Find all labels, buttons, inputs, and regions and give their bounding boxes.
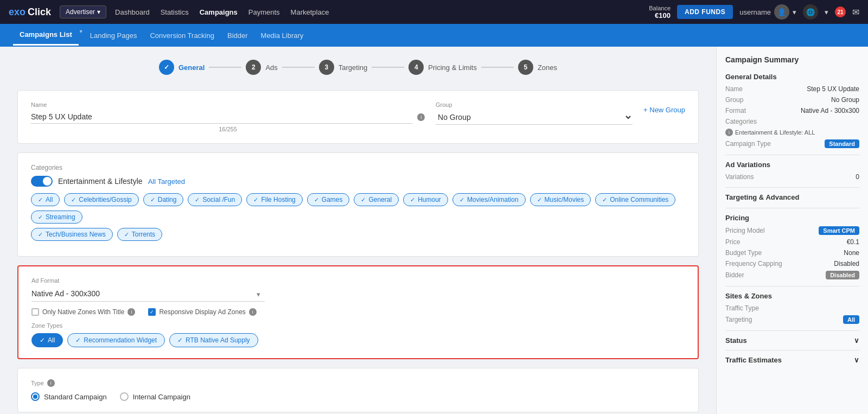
sidebar-name-row: Name Step 5 UX Update	[725, 85, 859, 93]
new-group-button[interactable]: + New Group	[643, 106, 685, 114]
tag-celebrities[interactable]: ✓ Celebrities/Gossip	[64, 193, 138, 206]
sidebar-targeting-val: All	[843, 315, 859, 324]
sidebar-divider-4	[725, 286, 859, 286]
subnav-arrow: ▼	[79, 29, 84, 34]
zone-tag-recommendation[interactable]: ✓ Recommendation Widget	[67, 333, 165, 347]
radio-standard[interactable]: Standard Campaign	[31, 392, 107, 401]
tag-streaming[interactable]: ✓ Streaming	[31, 211, 82, 224]
step-5-circle: 5	[518, 60, 533, 75]
notification-badge[interactable]: 21	[835, 7, 846, 17]
tag-dating[interactable]: ✓ Dating	[143, 193, 184, 206]
top-nav: exoClick Advertiser ▾ Dashboard Statisti…	[0, 0, 868, 24]
top-nav-right: Balance €100 ADD FUNDS username 👤 ▾ 🌐 ▾ …	[649, 4, 859, 20]
chevron-down-icon-user[interactable]: ▾	[793, 8, 796, 16]
name-input[interactable]	[31, 110, 413, 124]
zone-tag-rtb[interactable]: ✓ RTB Native Ad Supply	[169, 333, 258, 347]
top-nav-links: Dashboard Statistics Campaigns Payments …	[115, 8, 329, 16]
radio-internal[interactable]: Internal Campaign	[120, 392, 190, 401]
main-container: ✓ General 2 Ads 3 Targeting 4 Pricing & …	[0, 47, 868, 414]
subnav-landing-pages[interactable]: Landing Pages	[84, 26, 144, 45]
message-icon[interactable]: ✉	[852, 7, 859, 17]
sidebar-price-row: Price €0.1	[725, 238, 859, 246]
balance-box: Balance €100	[649, 5, 671, 20]
nav-statistics[interactable]: Statistics	[161, 8, 189, 16]
categories-card: Categories Entertainment & Lifestyle All…	[17, 152, 699, 257]
category-toggle[interactable]	[31, 176, 53, 187]
subnav-media-library[interactable]: Media Library	[254, 26, 310, 45]
sidebar-status-collapsible[interactable]: Status ∨	[725, 330, 859, 350]
sidebar-freq-capping-row: Frequency Capping Disabled	[725, 260, 859, 267]
tag-music-movies[interactable]: ✓ Music/Movies	[530, 193, 591, 206]
sidebar-divider-1	[725, 155, 859, 155]
sidebar-campaign-type-val: Standard	[825, 139, 859, 148]
only-native-info-icon[interactable]: i	[127, 308, 135, 316]
zone-tags-row: ✓ All ✓ Recommendation Widget ✓ RTB Nati…	[31, 333, 685, 347]
tag-check-all: ✓	[38, 196, 43, 203]
step-connector-1	[209, 67, 241, 68]
tag-humour[interactable]: ✓ Humour	[403, 193, 448, 206]
sidebar-pricing-model-val: Smart CPM	[819, 226, 859, 235]
tag-torrents[interactable]: ✓ Torrents	[117, 228, 162, 241]
chevron-down-icon-traffic: ∨	[854, 356, 859, 364]
sidebar-divider-2	[725, 187, 859, 188]
tag-movies-animation[interactable]: ✓ Movies/Animation	[452, 193, 526, 206]
name-col: Name i 16/255	[31, 101, 425, 132]
subnav-campaigns-list[interactable]: Campaigns List	[13, 25, 79, 46]
zone-tag-all[interactable]: ✓ All	[31, 333, 63, 347]
categories-label: Categories	[31, 164, 685, 171]
group-select[interactable]: No Group	[436, 110, 633, 125]
tag-tech-business[interactable]: ✓ Tech/Business News	[31, 228, 113, 241]
tag-label-torrents: Torrents	[132, 231, 155, 238]
tag-general[interactable]: ✓ General	[354, 193, 399, 206]
add-funds-button[interactable]: ADD FUNDS	[677, 5, 733, 19]
advertiser-button[interactable]: Advertiser ▾	[60, 5, 106, 18]
steps-progress: ✓ General 2 Ads 3 Targeting 4 Pricing & …	[17, 60, 699, 75]
step-2-label: Ads	[265, 63, 277, 72]
sidebar-pricing-model-key: Pricing Model	[725, 227, 765, 234]
name-info-icon[interactable]: i	[417, 113, 425, 121]
chevron-down-icon-globe[interactable]: ▾	[825, 8, 828, 16]
nav-marketplace[interactable]: Marketplace	[291, 8, 329, 16]
sidebar-categories-row: Categories	[725, 118, 859, 125]
subnav-conversion-tracking[interactable]: Conversion Tracking	[143, 26, 221, 45]
nav-payments[interactable]: Payments	[248, 8, 280, 16]
tag-file-hosting[interactable]: ✓ File Hosting	[246, 193, 302, 206]
only-native-checkbox[interactable]	[31, 308, 39, 316]
tag-online-communities[interactable]: ✓ Online Communities	[595, 193, 675, 206]
radio-group: Standard Campaign Internal Campaign	[31, 392, 685, 401]
tag-games[interactable]: ✓ Games	[307, 193, 350, 206]
username-label: username	[739, 8, 771, 16]
subnav-bidder[interactable]: Bidder	[221, 26, 254, 45]
sidebar-campaign-type-key: Campaign Type	[725, 140, 771, 148]
sidebar-traffic-estimates-collapsible[interactable]: Traffic Estimates ∨	[725, 350, 859, 370]
tag-social-fun[interactable]: ✓ Social /Fun	[188, 193, 242, 206]
sidebar-general-details: General Details Name Step 5 UX Update Gr…	[725, 73, 859, 148]
ad-format-select[interactable]: Native Ad - 300x300 Native Ad - 600x400 …	[31, 286, 265, 302]
logo-exo: exo	[9, 7, 25, 18]
responsive-info-icon[interactable]: i	[249, 308, 257, 316]
tag-label-dating: Dating	[158, 196, 177, 203]
sidebar-targeting: Targeting & Advanced	[725, 193, 859, 201]
only-native-checkbox-item: Only Native Zones With Title i	[31, 308, 135, 316]
name-group-row: Name i 16/255 Group No Group	[31, 101, 685, 132]
user-section: username 👤 ▾	[739, 4, 796, 20]
nav-campaigns[interactable]: Campaigns	[200, 8, 238, 16]
responsive-checkbox[interactable]: ✓	[148, 308, 156, 316]
all-targeted-label: All Targeted	[148, 177, 185, 186]
logo-click: Click	[28, 7, 51, 18]
char-count: 16/255	[31, 126, 425, 132]
tag-label-celebrities: Celebrities/Gossip	[79, 196, 131, 203]
nav-dashboard[interactable]: Dashboard	[115, 8, 150, 16]
sidebar-status-title: Status	[725, 336, 747, 345]
group-label: Group	[436, 101, 633, 108]
globe-icon[interactable]: 🌐	[803, 4, 818, 20]
balance-label: Balance	[649, 5, 671, 11]
sidebar-ad-variations-title: Ad Variations	[725, 161, 859, 169]
tag-all[interactable]: ✓ All	[31, 193, 60, 206]
step-pricing: 4 Pricing & Limits	[409, 60, 477, 75]
ad-format-label: Ad Format	[31, 277, 685, 284]
category-tags-row-2: ✓ Tech/Business News ✓ Torrents	[31, 228, 685, 241]
radio-standard-label: Standard Campaign	[44, 393, 107, 401]
type-info-icon[interactable]: i	[47, 379, 55, 387]
zone-tag-all-label: All	[48, 336, 55, 344]
